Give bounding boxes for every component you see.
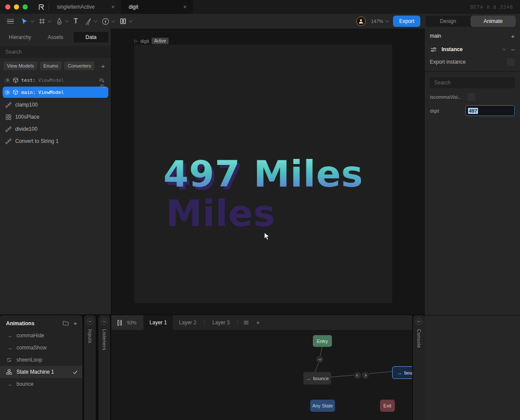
chevron-down-icon[interactable] xyxy=(30,19,34,22)
remove-icon[interactable]: − xyxy=(511,46,515,53)
knife-tool-button[interactable] xyxy=(81,14,99,29)
chevron-down-icon[interactable] xyxy=(111,19,115,22)
menu-icon[interactable] xyxy=(7,19,14,24)
tab-hierarchy[interactable]: Hierarchy xyxy=(3,32,37,42)
close-window-button[interactable] xyxy=(5,4,10,10)
export-button[interactable]: Export xyxy=(393,16,420,27)
expand-icon[interactable] xyxy=(4,78,10,83)
add-instance-icon[interactable] xyxy=(98,77,107,84)
viewmodel-name: main: xyxy=(21,90,36,95)
artboard-label[interactable]: ▷ digit Active xyxy=(134,38,169,44)
inputs-panel-collapsed[interactable]: Inputs xyxy=(84,315,96,420)
add-instance-icon[interactable] xyxy=(99,83,107,90)
node-bounce[interactable]: → bounce xyxy=(303,372,331,384)
listeners-panel-collapsed[interactable]: Listeners xyxy=(98,315,110,420)
select-tool-button[interactable] xyxy=(17,14,36,29)
design-mode-button[interactable]: Design xyxy=(426,16,471,27)
text-tool-button[interactable]: T xyxy=(70,14,81,29)
transition-right-icon[interactable] xyxy=(361,372,369,379)
filter-converters[interactable]: Converters xyxy=(64,61,94,70)
chevron-down-icon[interactable] xyxy=(48,19,51,22)
iscommavisible-checkbox[interactable] xyxy=(468,93,475,101)
digit-input[interactable]: 497 xyxy=(465,105,515,116)
transition-left-icon[interactable] xyxy=(354,372,361,379)
folder-icon[interactable] xyxy=(62,320,69,326)
pen-tool-button[interactable] xyxy=(53,14,70,29)
converter-row-convert-to-string[interactable]: Convert to String 1 xyxy=(0,135,111,147)
animation-item-commashow[interactable]: → commaShow xyxy=(0,342,82,354)
animation-item-state-machine-1[interactable]: State Machine 1 xyxy=(0,366,82,378)
export-instance-checkbox[interactable] xyxy=(507,58,515,66)
animation-item-commahide[interactable]: → commaHide xyxy=(0,330,82,342)
add-data-button[interactable]: + xyxy=(98,62,107,70)
rive-logo-icon[interactable] xyxy=(34,3,49,11)
animate-mode-button[interactable]: Animate xyxy=(471,16,516,27)
converter-row-divide100[interactable]: divide100 xyxy=(0,123,111,135)
tab-singleitemactive[interactable]: singleItemActive × xyxy=(49,0,121,14)
pause-icon[interactable] xyxy=(117,320,122,326)
add-property-icon[interactable]: + xyxy=(511,32,515,40)
toolbar: T 147% Export Design Animate xyxy=(0,14,520,29)
console-panel-collapsed[interactable]: Console xyxy=(413,315,425,420)
actions-tool-button[interactable] xyxy=(99,14,117,29)
chevron-down-icon[interactable] xyxy=(502,47,506,50)
export-instance-row: Export instance xyxy=(425,55,520,68)
stage-canvas[interactable]: ▷ digit Active 497 Miles 497 Miles xyxy=(111,29,424,314)
converter-row-100splace[interactable]: 100sPlace xyxy=(0,111,111,123)
play-outline-icon: ▷ xyxy=(134,39,138,43)
animation-item-bounce[interactable]: → bounce xyxy=(0,378,82,390)
expand-icon[interactable] xyxy=(4,90,10,95)
one-shot-icon: → xyxy=(6,333,13,339)
user-avatar[interactable] xyxy=(356,16,366,26)
artboard[interactable]: 497 Miles 497 Miles xyxy=(134,45,392,303)
chevron-down-icon[interactable] xyxy=(94,19,97,22)
add-layer-icon[interactable]: + xyxy=(253,319,263,326)
layout-tool-button[interactable] xyxy=(117,14,134,29)
filter-enums[interactable]: Enums xyxy=(40,61,62,70)
search-input[interactable] xyxy=(5,49,106,55)
playback-controls[interactable]: 93% xyxy=(111,315,143,330)
inputs-label: Inputs xyxy=(88,329,93,343)
filter-view-models[interactable]: View Models xyxy=(3,61,37,70)
node-bounce-selected[interactable]: → bounce xyxy=(392,366,412,379)
text-icon: T xyxy=(73,17,79,25)
maximize-window-button[interactable] xyxy=(23,4,28,10)
state-machine-graph[interactable]: Entry → bounce → bounce Any State Exit xyxy=(111,330,412,420)
expand-console-icon[interactable] xyxy=(416,318,422,325)
animation-item-sheenloop[interactable]: sheenLoop xyxy=(0,354,82,366)
node-any-state[interactable]: Any State xyxy=(310,400,335,412)
lightning-icon xyxy=(101,17,110,26)
converter-row-clamp100[interactable]: clamp100 xyxy=(0,99,111,111)
chevron-down-icon[interactable] xyxy=(129,19,132,22)
search-input[interactable] xyxy=(434,80,510,86)
sidebar-search[interactable] xyxy=(0,46,111,58)
tab-assets[interactable]: Assets xyxy=(38,32,73,42)
node-exit[interactable]: Exit xyxy=(380,400,395,412)
property-row-iscommavisible: iscommaVisi... : xyxy=(425,91,520,103)
state-machine-panel: 93% Layer 1 Layer 2 Layer 3 + Entry → bo… xyxy=(111,315,412,420)
zoom-level-dropdown[interactable]: 147% xyxy=(371,19,388,24)
expand-inputs-icon[interactable] xyxy=(87,318,93,325)
tab-layer-1[interactable]: Layer 1 xyxy=(143,315,173,330)
beta-version-label: BETA 0.8.3348 xyxy=(470,4,520,10)
viewmodel-row-main[interactable]: main: ViewModel xyxy=(3,87,108,98)
inspector-search[interactable] xyxy=(430,77,515,88)
tab-layer-3[interactable]: Layer 3 xyxy=(206,315,236,330)
tab-data[interactable]: Data xyxy=(74,32,108,42)
tab-digit[interactable]: digit × xyxy=(121,0,193,14)
chevron-down-icon[interactable] xyxy=(65,19,68,22)
close-tab-icon[interactable]: × xyxy=(111,3,115,10)
add-animation-icon[interactable]: + xyxy=(73,320,77,327)
viewmodel-row-test[interactable]: test: ViewModel xyxy=(3,74,108,86)
animation-label: commaHide xyxy=(16,333,44,339)
node-label: Any State xyxy=(312,403,333,408)
layer-options-icon[interactable] xyxy=(240,320,253,326)
transition-icon[interactable] xyxy=(316,355,324,363)
expand-listeners-icon[interactable] xyxy=(101,318,107,325)
instance-row[interactable]: Instance − xyxy=(425,43,520,55)
tab-layer-2[interactable]: Layer 2 xyxy=(173,315,202,330)
artboard-tool-button[interactable] xyxy=(36,14,53,29)
minimize-window-button[interactable] xyxy=(14,4,19,10)
node-entry[interactable]: Entry xyxy=(313,335,332,347)
close-tab-icon[interactable]: × xyxy=(183,3,187,10)
